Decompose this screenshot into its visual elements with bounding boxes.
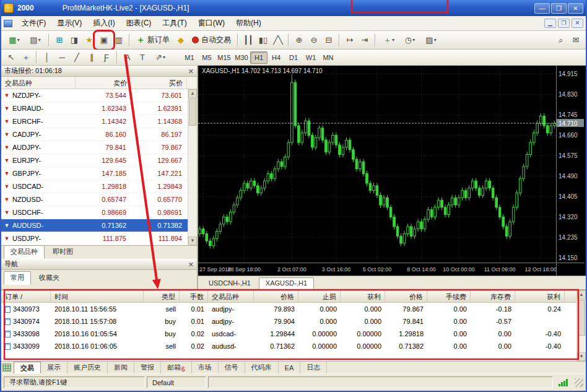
scrollbar-thumb[interactable] [578, 300, 585, 336]
terminal-tab-6[interactable]: 市场 [192, 362, 219, 373]
market-watch-column-0[interactable]: 交易品种 [1, 77, 76, 89]
timeframe-button-m5[interactable]: M5 [198, 51, 215, 64]
zoom-out-icon[interactable]: ⊖ [307, 33, 321, 47]
timeframe-button-m15[interactable]: M15 [215, 51, 233, 64]
market-watch-row[interactable]: ▼AUDUSD-0.713620.71382 [1, 219, 197, 232]
chat-icon[interactable]: ✉ [568, 33, 583, 47]
autotrading-button[interactable]: 自动交易 [188, 33, 235, 47]
orders-column-0[interactable]: 订单 / [1, 290, 51, 302]
close-button[interactable]: ✕ [568, 3, 583, 14]
scroll-up-icon[interactable]: ▲ [577, 290, 586, 299]
terminal-tab-8[interactable]: 代码库 [245, 362, 279, 373]
metaeditor-icon[interactable]: ◆ [173, 33, 188, 47]
timeframe-button-w1[interactable]: W1 [302, 51, 320, 64]
market-watch-column-1[interactable]: 卖价 [76, 77, 131, 89]
order-row[interactable]: 34330982018.10.16 01:05:54buy0.02usdcad-… [1, 328, 586, 340]
timeframe-button-mn[interactable]: MN [320, 51, 337, 64]
terminal-tab-9[interactable]: EA [279, 362, 301, 373]
terminal-tab-3[interactable]: 新闻 [108, 362, 134, 373]
vertical-line-icon[interactable]: │ [40, 51, 54, 64]
timeframe-button-m1[interactable]: M1 [181, 51, 198, 64]
new-order-button[interactable]: ＋ 新订单 [133, 33, 173, 47]
navigator-tab-1[interactable]: 收藏夹 [32, 271, 66, 285]
terminal-tab-1[interactable]: 展示 [41, 362, 67, 373]
periods-icon[interactable]: ◷▾ [399, 33, 420, 47]
market-watch-column-2[interactable]: 买价 [131, 77, 187, 89]
orders-column-7[interactable]: 获利 [341, 290, 385, 302]
terminal-tab-7[interactable]: 信号 [219, 362, 245, 373]
market-watch-tab-1[interactable]: 即时图 [46, 245, 80, 259]
timeframe-button-h1[interactable]: H1 [250, 51, 267, 64]
fibonacci-icon[interactable]: Ƒ [99, 51, 114, 64]
market-watch-row[interactable]: ▼EURAUD-1.623431.62391 [1, 102, 197, 115]
data-window-icon[interactable]: ◨ [67, 33, 82, 47]
menu-item-4[interactable]: 工具(T) [157, 16, 192, 30]
cursor-icon[interactable]: ↖ [4, 51, 19, 64]
profiles-icon[interactable]: ▤▾ [25, 33, 46, 47]
resize-grip[interactable] [575, 378, 583, 387]
terminal-icon[interactable]: ▣ [97, 33, 111, 47]
terminal-tab-4[interactable]: 警报 [134, 362, 161, 373]
orders-column-9[interactable]: 手续费 [427, 290, 471, 302]
terminal-tab-2[interactable]: 账户历史 [67, 362, 108, 373]
market-watch-icon[interactable]: ⊞ [52, 33, 67, 47]
child-close-button[interactable]: ✕ [572, 19, 583, 28]
chart-shift-icon[interactable]: ⇥ [357, 33, 372, 47]
text-icon[interactable]: A [120, 51, 135, 64]
market-watch-row[interactable]: ▼EURCHF-1.143421.14368 [1, 115, 197, 128]
chart-tab-0[interactable]: USDCNH-,H1 [202, 277, 258, 289]
order-row[interactable]: 34309732018.10.11 15:56:55sell0.01audjpy… [1, 303, 586, 315]
orders-column-3[interactable]: 手数 [180, 290, 208, 302]
restore-button[interactable]: ❐ [551, 3, 567, 14]
menu-item-5[interactable]: 窗口(W) [193, 16, 230, 30]
new-chart-icon[interactable]: ▦▾ [4, 33, 25, 47]
search-icon[interactable]: ⌕ [554, 33, 568, 47]
child-minimize-button[interactable]: ▁ [544, 19, 556, 28]
menu-item-0[interactable]: 文件(F) [16, 16, 51, 30]
orders-column-4[interactable]: 交易品种 [208, 290, 254, 302]
market-watch-row[interactable]: ▼NZDUSD-0.657470.65770 [1, 193, 197, 206]
orders-column-6[interactable]: 止损 [298, 290, 341, 302]
market-watch-tab-0[interactable]: 交易品种 [4, 245, 45, 259]
candlestick-chart-icon[interactable]: ▮▯ [256, 33, 271, 47]
orders-column-10[interactable]: 库存费 [471, 290, 515, 302]
arrows-icon[interactable]: ⇗▾ [150, 51, 171, 64]
candlestick-chart[interactable]: 14.91514.83014.74514.66014.57514.49014.4… [198, 66, 585, 276]
orders-column-8[interactable]: 价格 [385, 290, 427, 302]
orders-column-5[interactable]: 价格 [254, 290, 298, 302]
scroll-up-icon[interactable]: ▲ [188, 89, 197, 98]
timeframe-button-d1[interactable]: D1 [285, 51, 302, 64]
market-watch-scrollbar[interactable]: ▲ ▼ [188, 89, 197, 245]
terminal-tab-10[interactable]: 日志 [300, 362, 327, 373]
orders-column-11[interactable]: 获利 [515, 290, 565, 302]
market-watch-row[interactable]: ▼USDCHF-0.986690.98691 [1, 206, 197, 219]
market-watch-row[interactable]: ▼CADJPY-86.16086.197 [1, 128, 197, 141]
minimize-button[interactable]: — [534, 3, 550, 14]
menu-item-2[interactable]: 插入(I) [87, 16, 120, 30]
timeframe-button-m30[interactable]: M30 [233, 51, 250, 64]
market-watch-row[interactable]: ▼NZDJPY-73.54473.601 [1, 89, 197, 102]
auto-scroll-icon[interactable]: ↦ [342, 33, 357, 47]
child-restore-button[interactable]: ❐ [558, 19, 570, 28]
channel-icon[interactable]: ∥ [84, 51, 99, 64]
navigator-icon[interactable]: ★ [82, 33, 97, 47]
terminal-scrollbar[interactable]: ▲ ▼ [576, 290, 586, 361]
menu-item-6[interactable]: 帮助(H) [230, 16, 267, 30]
terminal-tab-5[interactable]: 邮箱6 [161, 362, 192, 373]
order-row[interactable]: 34309742018.10.11 15:57:08buy0.01audjpy-… [1, 315, 586, 328]
chart-window-icon[interactable] [4, 20, 12, 27]
scroll-down-icon[interactable]: ▼ [577, 352, 586, 361]
market-watch-close-icon[interactable]: ✕ [188, 68, 194, 74]
zoom-in-icon[interactable]: ⊕ [292, 33, 307, 47]
menu-item-3[interactable]: 图表(C) [121, 16, 157, 30]
navigator-tab-0[interactable]: 常用 [4, 271, 31, 285]
scroll-down-icon[interactable]: ▼ [188, 237, 197, 245]
indicators-icon[interactable]: ＋▾ [378, 33, 399, 47]
menu-item-1[interactable]: 显示(V) [51, 16, 87, 30]
navigator-close-icon[interactable]: ✕ [188, 261, 194, 268]
strategy-tester-icon[interactable]: ▥ [111, 33, 126, 47]
market-watch-row[interactable]: ▼USDJPY-111.875111.894 [1, 232, 197, 245]
market-watch-row[interactable]: ▼GBPJPY-147.185147.221 [1, 167, 197, 180]
tile-windows-icon[interactable]: ⊟ [321, 33, 336, 47]
chart-tab-1[interactable]: XAGUSD-,H1 [259, 277, 314, 289]
